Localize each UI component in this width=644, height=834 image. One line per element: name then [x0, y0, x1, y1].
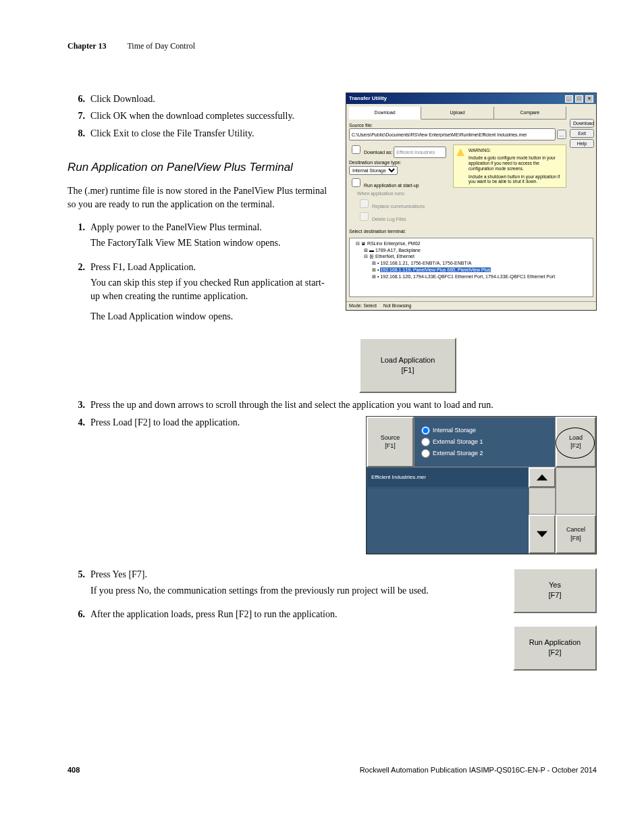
run-at-startup-label: Run application at start-up — [364, 183, 419, 188]
cancel-f8-button[interactable]: Cancel [F8] — [556, 515, 596, 554]
tab-download[interactable]: Download — [349, 107, 421, 120]
tab-upload[interactable]: Upload — [421, 107, 493, 119]
external-storage-1-radio[interactable] — [421, 438, 430, 446]
list-item: 6.After the application loads, press Run… — [68, 608, 486, 621]
section-heading: Run Application on PanelView Plus Termin… — [68, 159, 332, 176]
tab-compare[interactable]: Compare — [494, 107, 566, 119]
download-as-label: Download as: — [364, 150, 392, 155]
status-browse: Not Browsing — [383, 303, 412, 309]
list-item: 8.Click Exit to close the File Transfer … — [68, 127, 332, 140]
page-header: Chapter 13 Time of Day Control — [68, 41, 597, 52]
list-item: 5.Press Yes [F7].If you press No, the co… — [68, 568, 486, 604]
run-steps-a: 1.Apply power to the PanelView Plus term… — [68, 221, 332, 330]
list-item: 2.Press F1, Load Application.You can ski… — [68, 261, 332, 330]
title-bar: Transfer Utility _ □ × — [346, 93, 596, 104]
svg-marker-0 — [537, 474, 547, 480]
download-button[interactable]: Download — [570, 119, 594, 128]
internal-storage-radio[interactable] — [421, 426, 430, 435]
storage-options: Internal Storage External Storage 1 Exte… — [414, 417, 556, 467]
transfer-utility-window: Transfer Utility _ □ × Download Upload C… — [346, 93, 597, 311]
tabs: Download Upload Compare — [349, 107, 566, 120]
scroll-up-button[interactable] — [529, 467, 556, 488]
source-f1-button[interactable]: Source [F1] — [367, 417, 414, 467]
when-runs-label: When application runs: — [357, 190, 449, 197]
run-steps-b: 5.Press Yes [F7].If you press No, the co… — [68, 568, 486, 621]
list-item: 4. Press Load [F2] to load the applicati… — [68, 416, 332, 429]
source-file-input[interactable] — [349, 128, 556, 140]
list-item: 3. Press the up and down arrows to scrol… — [68, 398, 597, 412]
load-f2-button[interactable]: Load [F2] — [556, 417, 596, 467]
select-dest-label: Select destination terminal: — [349, 228, 593, 235]
warning-text-2: Include a shutdown button in your applic… — [468, 174, 563, 185]
source-file-label: Source file: — [349, 122, 566, 129]
list-item: 1.Apply power to the PanelView Plus term… — [68, 221, 332, 257]
warning-text-1: Include a goto configure mode button in … — [468, 155, 563, 171]
list-item: 6.Click Download. — [68, 93, 332, 106]
dest-type-select[interactable]: Internal Storage — [349, 166, 398, 175]
browse-button[interactable]: … — [557, 130, 566, 139]
download-as-checkbox[interactable] — [352, 145, 360, 154]
close-icon[interactable]: × — [585, 95, 593, 103]
scroll-down-button[interactable] — [529, 515, 556, 554]
chapter-title: Time of Day Control — [127, 41, 195, 51]
load-application-f1-button[interactable]: Load Application [F1] — [359, 338, 456, 394]
run-at-startup-checkbox[interactable] — [352, 178, 360, 187]
page-number: 408 — [68, 765, 80, 775]
help-button[interactable]: Help — [570, 139, 594, 148]
app-list[interactable] — [367, 488, 529, 554]
warning-box: WARNING: Include a goto configure mode b… — [453, 145, 566, 188]
intro-paragraph: The (.mer) runtime file is now stored in… — [68, 184, 332, 211]
list-item: 7.Click OK when the download completes s… — [68, 109, 332, 123]
status-bar: Mode: Select Not Browsing — [346, 301, 596, 310]
maximize-icon[interactable]: □ — [575, 95, 583, 103]
external-storage-2-radio[interactable] — [421, 449, 430, 458]
destination-tree[interactable]: ⊟ 🖥 RSLinx Enterprise, PM02 ⊞ ▬ 1789-A17… — [349, 238, 593, 297]
chevron-down-icon — [536, 530, 548, 538]
load-application-window: Source [F1] Internal Storage External St… — [366, 416, 597, 554]
window-controls: _ □ × — [564, 95, 593, 103]
exit-button[interactable]: Exit — [570, 129, 594, 138]
dest-type-label: Destination storage type: — [349, 159, 449, 166]
minimize-icon[interactable]: _ — [565, 95, 573, 103]
app-list-selected[interactable]: Efficient Industries.mer — [367, 467, 529, 488]
warning-heading: WARNING: — [468, 148, 563, 153]
page-footer: 408 Rockwell Automation Publication IASI… — [68, 765, 597, 775]
replace-comm-checkbox — [360, 199, 369, 208]
chapter-label: Chapter 13 — [68, 41, 106, 51]
delete-log-checkbox — [360, 212, 369, 221]
warning-icon — [456, 148, 464, 156]
yes-f7-button[interactable]: Yes [F7] — [513, 568, 597, 613]
window-title: Transfer Utility — [349, 95, 387, 102]
svg-marker-1 — [537, 531, 547, 537]
run-application-f2-button[interactable]: Run Application [F2] — [513, 625, 597, 671]
tree-selected-node: 192.168.1.119, PanelView Plus 600, Panel… — [380, 267, 490, 272]
chevron-up-icon — [536, 473, 548, 481]
download-as-input[interactable] — [394, 147, 446, 158]
status-mode: Mode: Select — [349, 303, 377, 309]
publication-info: Rockwell Automation Publication IASIMP-Q… — [360, 765, 597, 775]
top-steps-list: 6.Click Download.7.Click OK when the dow… — [68, 93, 332, 140]
